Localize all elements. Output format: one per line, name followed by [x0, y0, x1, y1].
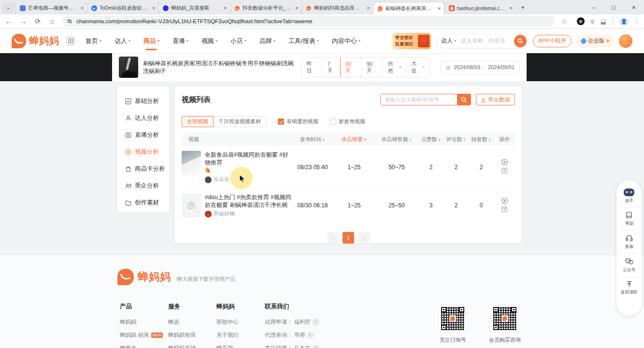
nav-home[interactable]: 首页▾ [86, 29, 101, 53]
col-revenue[interactable]: 本品销售额▲▼ [375, 133, 418, 146]
col-publish-time[interactable]: 发布时间▲▼ [292, 133, 333, 146]
video-search-button[interactable] [457, 94, 471, 105]
col-sales[interactable]: 本品销量▼ [333, 133, 375, 146]
video-title[interactable]: #dou上热门 #热卖款推荐 #视频同款在橱窗 刷锅神器清洁干净长柄不锈钢刷锅子… [205, 193, 292, 209]
bookmark-star-icon[interactable]: ☆ [559, 18, 569, 25]
footer-link[interactable]: 蝉妈妈 创意NEW [120, 332, 168, 339]
footer-link[interactable]: 帮助中心 [216, 319, 265, 326]
nav-video[interactable]: 视频▾ [201, 29, 217, 53]
transcript-icon[interactable] [501, 206, 508, 213]
tab-close-icon[interactable]: ✕ [437, 6, 441, 11]
export-data-button[interactable]: 导出数据 [476, 94, 515, 105]
browser-tab-active[interactable]: 刷锅神器长柄厨房家用清洁不 ✕ [373, 2, 444, 14]
back-to-top-button[interactable]: 返回顶部 [619, 277, 639, 299]
search-scope-select[interactable]: 达人▾ [441, 37, 456, 45]
video-thumbnail-placeholder[interactable] [182, 193, 201, 218]
refresh-icon[interactable]: ⟳ [33, 17, 43, 25]
nav-live[interactable]: 直播▾ [172, 29, 188, 53]
browser-tab[interactable]: ▸ ToDesk远程桌面软件-免费安 ✕ [87, 2, 158, 14]
browser-tab[interactable]: 抖音数据分析平台_抖音直播 ✕ [230, 2, 301, 14]
back-icon[interactable]: ← [4, 17, 14, 25]
close-button[interactable]: ✕ [624, 0, 644, 14]
col-shares[interactable]: 转发数▲▼ [469, 133, 494, 146]
tab-close-icon[interactable]: ✕ [295, 6, 299, 11]
extensions-puzzle-icon[interactable]: ⬓ [601, 18, 606, 25]
play-video-icon[interactable] [501, 159, 508, 166]
footer-link[interactable]: 蝉魔方 [120, 345, 168, 348]
time-filter-90d[interactable]: 90天 [361, 58, 383, 77]
tab-close-icon[interactable]: ✕ [152, 6, 156, 11]
video-search-input[interactable] [381, 94, 457, 105]
tab-close-icon[interactable]: ✕ [80, 6, 84, 11]
tab-close-icon[interactable]: ✕ [509, 6, 513, 11]
forward-icon[interactable]: → [18, 17, 28, 25]
tab-close-icon[interactable]: ✕ [223, 6, 227, 11]
col-likes[interactable]: 点赞数▲▼ [418, 133, 444, 146]
time-filter-30d[interactable]: 30天 [340, 57, 362, 77]
assistant-button[interactable]: 助手 [619, 185, 639, 208]
nav-content-center[interactable]: 内容中心▾ [332, 29, 360, 53]
promo-banner[interactable]: 带货素材 批量测试 [392, 33, 431, 49]
chanmama-logo[interactable]: 蝉妈妈 [12, 34, 59, 48]
page-1-button[interactable]: 1 [343, 232, 354, 244]
nav-tools[interactable]: 工具/报表▾ [288, 29, 319, 53]
sidebar-item-product-card[interactable]: 商品卡分析 [125, 160, 169, 177]
nav-shop[interactable]: 小店▾ [230, 29, 246, 53]
sidebar-item-basic[interactable]: 基础分析 [125, 93, 169, 110]
sidebar-item-video[interactable]: 视频分析 [125, 144, 169, 160]
sidebar-item-creative[interactable]: 创作素材 [125, 194, 169, 211]
minimize-button[interactable]: – [583, 0, 603, 14]
video-title[interactable]: 全新食品袋#视频同款在橱窗 #好物推荐 [205, 151, 292, 166]
url-bar[interactable]: chanmama.com/promotionRank/-VJ3rUlyL1hU-… [62, 16, 555, 27]
filter-tab-qianchuan[interactable]: 千川投放视频素材 [214, 116, 266, 127]
enterprise-button[interactable]: 企业版 > [576, 35, 614, 47]
footer-link[interactable]: 关于我们 [216, 332, 265, 339]
checkbox-with-sales[interactable]: 有销量的视频 [278, 118, 318, 125]
transcript-icon[interactable] [501, 167, 508, 174]
time-filter-yesterday[interactable]: 昨日 [302, 58, 322, 77]
sidebar-item-audience[interactable]: 受众分析 [125, 177, 169, 194]
product-thumbnail[interactable] [119, 57, 138, 78]
wechat-official-button[interactable]: 公众号 [619, 254, 639, 277]
next-page-button[interactable]: › [358, 232, 370, 244]
filter-tab-all-videos[interactable]: 全部视频 [182, 116, 214, 127]
browser-menu-icon[interactable]: ⋮ [634, 18, 640, 25]
tab-close-icon[interactable]: ✕ [366, 6, 370, 11]
time-filter-natural[interactable]: 自然▾ [383, 58, 406, 77]
footer-link[interactable]: 蝉妈妈智库 [168, 332, 216, 339]
extension-icon[interactable]: ◍ [577, 17, 585, 25]
date-range-picker[interactable]: ▦ 2024/08/03 - 2024/09/01 [441, 61, 520, 74]
apps-grid-icon[interactable] [66, 37, 75, 45]
browser-tab[interactable]: 值 haohuo.jinritemai.com/econ ✕ [444, 2, 516, 14]
footer-link[interactable]: 蝉妈妈 [120, 319, 168, 326]
browser-profile-icon[interactable]: 👤 [620, 17, 628, 26]
video-thumbnail[interactable] [182, 151, 201, 175]
app-miniprogram-button[interactable]: APP小程序 [533, 35, 572, 47]
table-row[interactable]: #dou上热门 #热卖款推荐 #视频同款在橱窗 刷锅神器清洁干净长柄不锈钢刷锅子… [182, 188, 515, 223]
footer-contact[interactable]: 产品经理： 吕先生✆ [265, 345, 371, 348]
footer-link[interactable]: 蝉妈妈星球 [168, 345, 216, 348]
header-search[interactable]: 达人▾ 达人名称、抖音号 [436, 34, 528, 48]
browser-tab[interactable]: 蝉妈妈_百度搜索 ✕ [158, 2, 230, 14]
col-comments[interactable]: 评论数▲▼ [444, 133, 469, 146]
header-search-button[interactable] [514, 35, 527, 47]
footer-contact[interactable]: 试用申请： 福利官✆ [265, 319, 371, 326]
prev-page-button[interactable]: ‹ [327, 232, 339, 244]
video-author[interactable]: 乔叔好物 [205, 210, 292, 218]
play-video-icon[interactable] [501, 197, 508, 204]
extension-trident-icon[interactable]: ψ [590, 18, 595, 25]
customer-service-button[interactable]: 客服 [619, 231, 639, 254]
time-filter-promo[interactable]: 大促▾ [406, 58, 429, 77]
home-icon[interactable]: ⌂ [47, 17, 57, 25]
nav-brand[interactable]: 品牌▾ [259, 29, 275, 53]
footer-link[interactable]: 蝉选 [168, 319, 216, 326]
footer-contact[interactable]: 代理咨询： 导师✆ [265, 332, 371, 339]
new-tab-button[interactable]: + [517, 1, 529, 13]
footer-link[interactable]: 蝉百货 [216, 345, 265, 348]
sidebar-item-daren[interactable]: 达人分析 [125, 110, 169, 127]
browser-tab[interactable]: 蝉妈妈抖商选品库｜抖音短视 ✕ [301, 2, 373, 14]
site-settings-icon[interactable] [67, 18, 72, 24]
maximize-button[interactable]: ▢ [603, 0, 624, 14]
checkbox-new-videos[interactable]: 新发布视频 [330, 118, 365, 125]
nav-product[interactable]: 商品▾ [143, 29, 159, 53]
